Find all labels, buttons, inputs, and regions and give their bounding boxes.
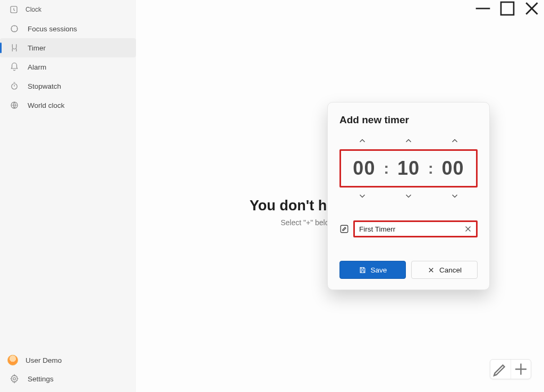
svg-rect-5 (501, 2, 514, 15)
focus-icon (10, 24, 19, 33)
alarm-icon (10, 62, 19, 72)
hours-up-button[interactable] (358, 136, 367, 146)
minutes-value[interactable]: 10 (393, 157, 424, 180)
settings-label: Settings (28, 375, 54, 383)
sidebar-nav: Focus sessions Timer Alarm Stopwatch (0, 19, 136, 115)
time-decrement-row (339, 191, 478, 201)
close-icon (427, 266, 435, 274)
time-separator: : (384, 159, 389, 177)
fab-group (490, 359, 531, 379)
timer-icon (10, 43, 19, 53)
sidebar-item-world-clock[interactable]: World clock (0, 96, 136, 115)
main-content: You don't have any timers. Select "+" be… (136, 0, 544, 392)
edit-icon (339, 224, 349, 234)
svg-point-4 (13, 378, 16, 380)
add-timer-dialog: Add new timer 00 : 10 : 00 (327, 102, 490, 290)
cancel-button-label: Cancel (439, 266, 462, 274)
sidebar-item-label: Alarm (28, 63, 46, 71)
close-button[interactable] (520, 0, 544, 17)
sidebar: Clock Focus sessions Timer Alarm (0, 0, 136, 392)
sidebar-item-focus-sessions[interactable]: Focus sessions (0, 19, 136, 38)
clock-app-icon (10, 5, 18, 14)
timer-name-row (339, 220, 478, 237)
minutes-down-button[interactable] (404, 191, 413, 201)
sidebar-item-label: World clock (28, 101, 65, 109)
dialog-button-row: Save Cancel (339, 261, 478, 279)
clear-name-button[interactable] (463, 224, 473, 234)
world-clock-icon (10, 100, 19, 110)
sidebar-item-stopwatch[interactable]: Stopwatch (0, 76, 136, 96)
timer-name-input[interactable] (359, 225, 463, 233)
app-root: Clock Focus sessions Timer Alarm (0, 0, 544, 392)
sidebar-item-label: Focus sessions (28, 25, 77, 33)
edit-timers-button[interactable] (490, 360, 511, 379)
sidebar-item-settings[interactable]: Settings (0, 370, 136, 388)
dialog-title: Add new timer (339, 114, 478, 126)
sidebar-item-alarm[interactable]: Alarm (0, 57, 136, 76)
save-icon (359, 266, 367, 274)
stopwatch-icon (10, 81, 19, 91)
user-name: User Demo (26, 356, 62, 364)
time-input-box: 00 : 10 : 00 (339, 149, 478, 188)
window-controls (471, 0, 544, 17)
app-title-row: Clock (0, 2, 136, 18)
seconds-value[interactable]: 00 (437, 157, 469, 180)
svg-rect-6 (341, 225, 348, 233)
svg-point-1 (11, 25, 18, 32)
add-timer-button[interactable] (511, 360, 531, 379)
avatar (7, 355, 18, 365)
seconds-down-button[interactable] (450, 191, 460, 201)
sidebar-item-label: Timer (28, 44, 46, 52)
minimize-button[interactable] (471, 0, 495, 17)
save-button[interactable]: Save (339, 261, 406, 279)
sidebar-bottom: User Demo Settings (0, 351, 136, 392)
timer-name-field[interactable] (353, 220, 478, 237)
maximize-button[interactable] (495, 0, 520, 17)
sidebar-item-label: Stopwatch (28, 82, 61, 90)
save-button-label: Save (371, 266, 387, 274)
time-increment-row (339, 135, 478, 146)
gear-icon (10, 374, 19, 384)
sidebar-item-timer[interactable]: Timer (0, 38, 136, 57)
hours-value[interactable]: 00 (348, 157, 380, 180)
seconds-up-button[interactable] (450, 136, 460, 146)
cancel-button[interactable]: Cancel (411, 261, 478, 279)
app-title: Clock (26, 6, 41, 13)
minutes-up-button[interactable] (404, 136, 413, 146)
user-account-button[interactable]: User Demo (0, 351, 136, 370)
hours-down-button[interactable] (358, 191, 367, 201)
time-separator: : (428, 159, 434, 177)
